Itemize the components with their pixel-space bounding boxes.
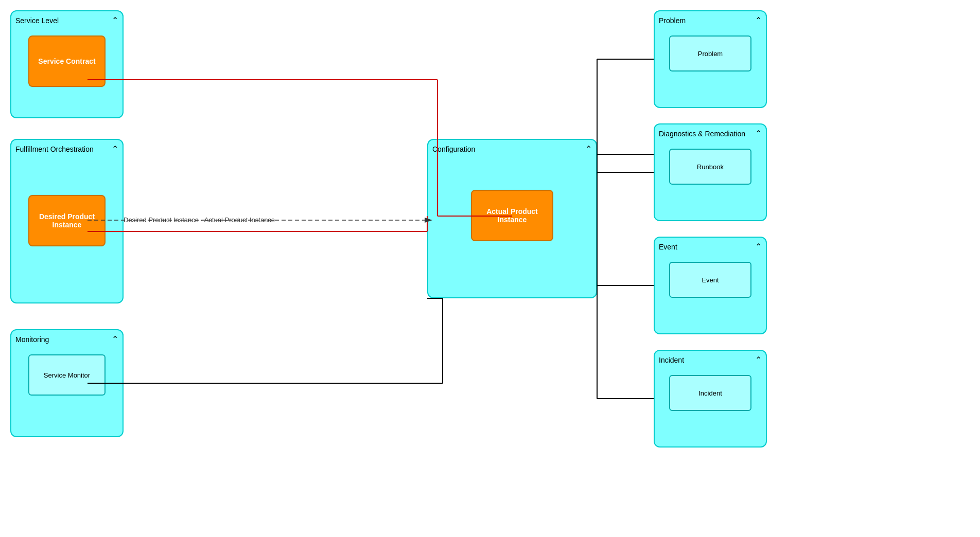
diagnostics-title: Diagnostics & Remediation ⌃ bbox=[659, 129, 762, 138]
fulfillment-title: Fulfillment Orchestration ⌃ bbox=[15, 144, 118, 154]
event-entity[interactable]: Event bbox=[669, 262, 751, 298]
problem-title: Problem ⌃ bbox=[659, 15, 762, 25]
fulfillment-chevron-icon[interactable]: ⌃ bbox=[112, 144, 118, 154]
event-chevron-icon[interactable]: ⌃ bbox=[755, 242, 762, 252]
actual-product-entity[interactable]: Actual Product Instance bbox=[471, 190, 553, 241]
incident-box: Incident ⌃ Incident bbox=[654, 350, 767, 448]
service-level-chevron-icon[interactable]: ⌃ bbox=[112, 15, 118, 25]
monitoring-title: Monitoring ⌃ bbox=[15, 334, 118, 344]
incident-chevron-icon[interactable]: ⌃ bbox=[755, 355, 762, 365]
service-contract-entity[interactable]: Service Contract bbox=[28, 35, 106, 87]
problem-box: Problem ⌃ Problem bbox=[654, 10, 767, 108]
monitoring-chevron-icon[interactable]: ⌃ bbox=[112, 334, 118, 344]
desired-product-entity[interactable]: Desired Product Instance bbox=[28, 195, 106, 246]
monitoring-box: Monitoring ⌃ Service Monitor bbox=[10, 329, 124, 437]
runbook-entity[interactable]: Runbook bbox=[669, 149, 751, 185]
service-level-box: Service Level ⌃ Service Contract bbox=[10, 10, 124, 118]
problem-chevron-icon[interactable]: ⌃ bbox=[755, 15, 762, 25]
configuration-chevron-icon[interactable]: ⌃ bbox=[585, 144, 592, 154]
configuration-box: Configuration ⌃ Actual Product Instance bbox=[427, 139, 597, 298]
incident-entity[interactable]: Incident bbox=[669, 375, 751, 411]
fulfillment-box: Fulfillment Orchestration ⌃ Desired Prod… bbox=[10, 139, 124, 303]
dashed-arrow-label: Desired Product Instance - Actual Produc… bbox=[124, 216, 275, 224]
diagnostics-chevron-icon[interactable]: ⌃ bbox=[755, 129, 762, 138]
diagram-container: Service Level ⌃ Service Contract Fulfill… bbox=[0, 0, 980, 537]
service-level-title: Service Level ⌃ bbox=[15, 15, 118, 25]
problem-entity[interactable]: Problem bbox=[669, 35, 751, 71]
configuration-title: Configuration ⌃ bbox=[432, 144, 592, 154]
incident-title: Incident ⌃ bbox=[659, 355, 762, 365]
service-monitor-entity[interactable]: Service Monitor bbox=[28, 354, 106, 396]
event-box: Event ⌃ Event bbox=[654, 237, 767, 334]
event-title: Event ⌃ bbox=[659, 242, 762, 252]
diagnostics-box: Diagnostics & Remediation ⌃ Runbook bbox=[654, 123, 767, 221]
